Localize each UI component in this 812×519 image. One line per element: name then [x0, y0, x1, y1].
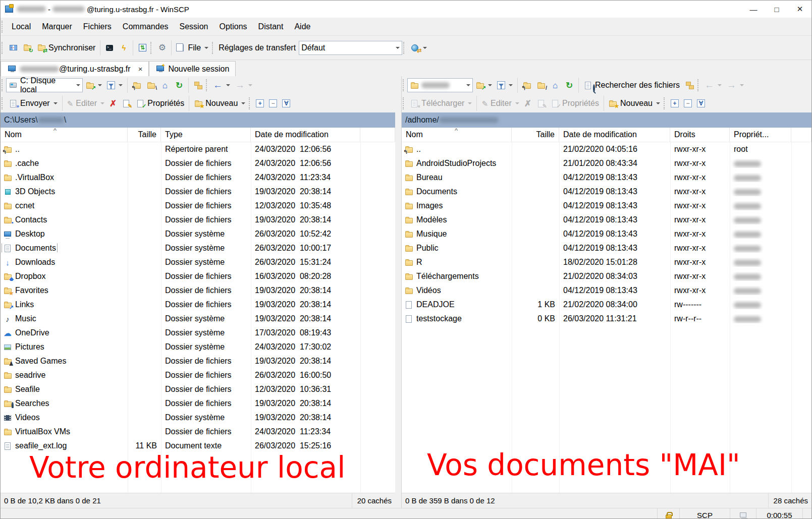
- home-directory-button[interactable]: ⌂: [548, 79, 562, 91]
- column-header-proprietaire[interactable]: Propriét...: [730, 128, 791, 142]
- back-button[interactable]: ←: [210, 79, 233, 91]
- file-row[interactable]: ccnetDossier de fichiers12/03/2020 10:35…: [1, 199, 395, 213]
- properties-button[interactable]: ✓ Propriétés: [548, 97, 602, 110]
- filter-button[interactable]: [104, 79, 125, 91]
- unselect-button[interactable]: −: [266, 97, 280, 109]
- file-row[interactable]: ◆DropboxDossier de fichiers16/03/2020 08…: [1, 269, 395, 283]
- delete-button[interactable]: ✗: [107, 98, 119, 109]
- directory-tree-button[interactable]: [682, 79, 696, 91]
- delete-button[interactable]: ✗: [522, 98, 534, 109]
- select-by-filter-button[interactable]: ∀: [280, 97, 293, 109]
- menu-local[interactable]: Local: [6, 18, 36, 35]
- file-custom-command-button[interactable]: File: [174, 41, 211, 54]
- file-row[interactable]: .cacheDossier de fichiers24/03/2020 12:0…: [1, 156, 395, 170]
- menu-fichiers[interactable]: Fichiers: [78, 18, 117, 35]
- rename-button[interactable]: ✎: [534, 97, 548, 109]
- find-files-button[interactable]: Rechercher des fichiers: [581, 79, 682, 92]
- file-row[interactable]: ▪ContactsDossier de fichiers19/03/2020 2…: [1, 213, 395, 227]
- file-row[interactable]: AndroidStudioProjects21/01/2020 08:43:34…: [402, 156, 811, 170]
- local-path-bar[interactable]: C:\Users\\: [1, 112, 395, 128]
- file-row[interactable]: DesktopDossier système26/03/2020 10:52:4…: [1, 227, 395, 241]
- maximize-button[interactable]: □: [765, 1, 788, 18]
- root-directory-button[interactable]: /: [534, 79, 548, 91]
- session-tab[interactable]: @turing.u-strasbg.fr ×: [1, 61, 149, 76]
- open-directory-button[interactable]: ↗: [473, 79, 495, 91]
- upload-button[interactable]: » Envoyer: [6, 97, 60, 110]
- properties-button[interactable]: ✓ Propriétés: [133, 97, 187, 110]
- new-button[interactable]: ★ Nouveau: [606, 97, 663, 110]
- menu-commandes[interactable]: Commandes: [117, 18, 174, 35]
- file-row[interactable]: SearchesDossier de fichiers19/03/2020 20…: [1, 396, 395, 411]
- file-row[interactable]: teststockage0 KB26/03/2020 11:31:21rw-r-…: [402, 312, 811, 326]
- synchronize-button[interactable]: ⇄ Synchroniser: [34, 41, 98, 54]
- column-header-type[interactable]: Type: [161, 128, 251, 142]
- file-row[interactable]: ☁OneDriveDossier système17/03/2020 08:19…: [1, 326, 395, 340]
- root-directory-button[interactable]: \: [144, 79, 158, 91]
- file-row[interactable]: Musique04/12/2019 08:13:43rwxr-xr-x: [402, 227, 811, 241]
- column-header-taille[interactable]: Taille: [512, 128, 559, 142]
- file-row[interactable]: ↓DownloadsDossier système26/03/2020 15:3…: [1, 255, 395, 269]
- file-row[interactable]: PicturesDossier système24/03/2020 17:30:…: [1, 340, 395, 354]
- file-row[interactable]: ♪MusicDossier système19/03/2020 20:38:14: [1, 312, 395, 326]
- menu-session[interactable]: Session: [174, 18, 214, 35]
- new-session-tab[interactable]: Nouvelle session: [149, 61, 236, 76]
- file-row[interactable]: Images04/12/2019 08:13:43rwxr-xr-x: [402, 199, 811, 213]
- refresh-button[interactable]: ↻: [172, 79, 186, 91]
- file-row[interactable]: ★FavoritesDossier de fichiers19/03/2020 …: [1, 283, 395, 298]
- file-row[interactable]: ↰..Répertoire parent24/03/2020 12:06:56: [1, 142, 395, 156]
- connection-cell[interactable]: [730, 508, 756, 519]
- remote-path-bar[interactable]: /adhome/: [402, 112, 811, 128]
- file-row[interactable]: R18/02/2020 15:01:28rwxr-xr-x: [402, 255, 811, 269]
- console-command-button[interactable]: ϟ: [117, 42, 131, 54]
- rename-button[interactable]: ✎: [119, 97, 133, 109]
- protocol-cell[interactable]: SCP: [679, 508, 730, 519]
- file-row[interactable]: .VirtualBoxDossier de fichiers24/03/2020…: [1, 170, 395, 185]
- refresh-button[interactable]: ↻: [562, 79, 576, 91]
- home-directory-button[interactable]: ⌂: [158, 79, 172, 91]
- encryption-cell[interactable]: [657, 508, 679, 519]
- file-row[interactable]: SeafileDossier de fichiers12/03/2020 10:…: [1, 382, 395, 396]
- menu-distant[interactable]: Distant: [253, 18, 289, 35]
- file-row[interactable]: Modèles04/12/2019 08:13:43rwxr-xr-x: [402, 213, 811, 227]
- file-row[interactable]: DocumentsDossier système26/03/2020 10:00…: [1, 241, 395, 255]
- parent-directory-button[interactable]: ↰: [130, 79, 144, 91]
- select-button[interactable]: +: [253, 97, 266, 109]
- refresh-remote-button[interactable]: ↻: [20, 42, 34, 54]
- file-row[interactable]: DEADJOE1 KB21/02/2020 08:34:00rw-------: [402, 298, 811, 312]
- forward-button[interactable]: →: [724, 79, 746, 91]
- transfer-settings-combobox[interactable]: Défaut: [299, 41, 402, 55]
- file-row[interactable]: ↰..21/02/2020 04:05:16rwxr-xr-xroot: [402, 142, 811, 156]
- preferences-button[interactable]: ⚙: [155, 42, 169, 54]
- file-row[interactable]: ♟Saved GamesDossier de fichiers19/03/202…: [1, 354, 395, 368]
- file-row[interactable]: VideosDossier système19/03/2020 20:38:14: [1, 411, 395, 425]
- menu-marquer[interactable]: Marquer: [36, 18, 78, 35]
- remote-hidden-count[interactable]: 28 cachés: [768, 493, 808, 508]
- edit-button[interactable]: ✎ Editer: [65, 97, 107, 110]
- commander-panels-button[interactable]: [6, 42, 20, 54]
- column-header-date[interactable]: Date de modification: [251, 128, 360, 142]
- menu-options[interactable]: Options: [213, 18, 252, 35]
- column-header-taille[interactable]: Taille: [128, 128, 161, 142]
- file-row[interactable]: seadriveDossier de fichiers26/03/2020 16…: [1, 368, 395, 382]
- close-tab-icon[interactable]: ×: [138, 65, 143, 73]
- column-header-date[interactable]: Date de modification: [559, 128, 670, 142]
- column-header-nom[interactable]: Nom: [1, 128, 128, 142]
- queue-toggle-button[interactable]: ⇅: [135, 42, 149, 54]
- file-row[interactable]: Public04/12/2019 08:13:43rwxr-xr-x: [402, 241, 811, 255]
- open-directory-button[interactable]: ↗: [83, 79, 104, 91]
- menu-aide[interactable]: Aide: [289, 18, 316, 35]
- file-row[interactable]: ↗LinksDossier de fichiers19/03/2020 20:3…: [1, 298, 395, 312]
- new-button[interactable]: ★ Nouveau: [191, 97, 248, 110]
- drive-selector[interactable]: C: Disque local: [6, 78, 83, 92]
- select-by-filter-button[interactable]: ∀: [694, 97, 708, 109]
- transfer-settings-usage-button[interactable]: [408, 42, 429, 54]
- directory-tree-button[interactable]: [191, 79, 205, 91]
- edit-button[interactable]: ✎ Editer: [479, 97, 521, 110]
- parent-directory-button[interactable]: ↰: [520, 79, 534, 91]
- local-hidden-count[interactable]: 20 cachés: [352, 493, 392, 508]
- minimize-button[interactable]: —: [742, 1, 765, 18]
- file-row[interactable]: 3D ObjectsDossier de fichiers19/03/2020 …: [1, 185, 395, 199]
- close-button[interactable]: ✕: [788, 1, 811, 18]
- file-row[interactable]: VirtualBox VMsDossier de fichiers24/03/2…: [1, 425, 395, 439]
- open-terminal-button[interactable]: [102, 42, 117, 54]
